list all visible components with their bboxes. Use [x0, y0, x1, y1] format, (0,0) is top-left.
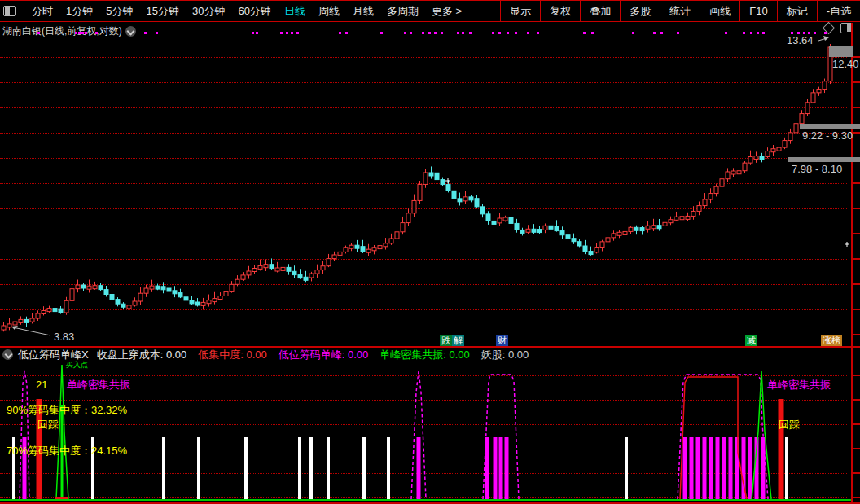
candle-body — [349, 245, 353, 248]
candle-body — [30, 318, 34, 322]
candle-body — [218, 296, 222, 300]
candle-body — [70, 289, 74, 301]
candle-body — [384, 243, 388, 247]
candle-body — [817, 90, 821, 93]
candle-body — [469, 197, 473, 200]
signal-dot — [286, 32, 288, 34]
indicator-label: 21 — [36, 379, 47, 390]
candle-body — [235, 279, 239, 284]
price-label-zone1: 9.22 - 9.30 — [802, 129, 853, 142]
event-tag-财: 财 — [496, 335, 508, 346]
low-arrow — [13, 327, 50, 335]
candle-body — [595, 248, 599, 252]
resistance-zone-1 — [800, 124, 860, 129]
indicator-field: 收盘上穿成本: 0.00 — [97, 348, 187, 361]
candle-body — [823, 81, 827, 90]
signal-dot — [469, 32, 472, 34]
candle-body — [178, 293, 182, 297]
price-label-low: 3.83 — [54, 331, 74, 343]
candle-body — [743, 163, 747, 171]
red-bar — [779, 399, 784, 499]
candle-body — [663, 222, 667, 226]
indicator-label: 回踩 — [779, 419, 800, 430]
candle-body — [760, 156, 764, 160]
indicator-label: 单峰密集共振 — [767, 379, 831, 390]
indicator-name[interactable]: 低位筹码单峰X — [18, 348, 89, 362]
candle-body — [458, 199, 462, 202]
collapse-chevron-icon[interactable] — [2, 349, 13, 360]
indicator-label: 回踩 — [37, 419, 59, 430]
candle-body — [258, 265, 262, 269]
candle-body — [104, 290, 108, 295]
signal-dot — [296, 32, 299, 34]
candle-body — [327, 259, 331, 266]
candle-body — [629, 227, 633, 231]
candle-body — [612, 234, 616, 238]
candle-body — [81, 285, 86, 288]
candle-body — [526, 229, 530, 232]
candle-body — [366, 249, 371, 252]
candle-body — [207, 300, 211, 304]
candle-body — [509, 217, 513, 223]
signal-dot — [660, 32, 663, 34]
candle-body — [486, 214, 490, 221]
candle-body — [463, 197, 467, 201]
candle-body — [36, 313, 40, 318]
candle-body — [361, 247, 365, 252]
candle-body — [754, 156, 758, 160]
signal-dot — [81, 32, 84, 34]
candle-body — [76, 285, 80, 289]
indicator-label: 买入点 — [66, 362, 88, 369]
candle-body — [315, 270, 319, 274]
signal-dot — [515, 32, 517, 34]
candle-body — [138, 293, 143, 301]
candle-body — [309, 274, 314, 278]
candle-body — [167, 288, 171, 291]
signal-dot — [527, 32, 529, 34]
candle-body — [492, 221, 496, 224]
candle-body — [275, 268, 279, 271]
candle-body — [617, 232, 621, 235]
candle-body — [680, 217, 684, 220]
white-bar — [298, 437, 301, 499]
white-bar — [387, 437, 390, 499]
candle-body — [748, 156, 752, 163]
signal-dot — [37, 32, 40, 34]
signal-dot — [434, 32, 437, 34]
white-bar — [625, 437, 628, 499]
price-label-12-40: 12.40 — [832, 58, 859, 70]
indicator-field: 妖股: 0.00 — [481, 348, 529, 361]
candle-body — [287, 267, 291, 271]
candle-body — [691, 211, 695, 216]
candle-body — [800, 114, 804, 124]
low-arrowhead — [11, 326, 18, 330]
candle-body — [423, 173, 428, 184]
signal-dot — [537, 32, 539, 34]
candle-body — [600, 242, 604, 248]
indicator-field: 单峰密集共振: 0.00 — [380, 348, 470, 361]
signal-dot — [762, 32, 765, 34]
candle-body — [292, 271, 296, 274]
candle-body — [566, 235, 570, 239]
signal-dot — [653, 32, 656, 34]
indicator-field: 低位筹码单峰: 0.00 — [279, 348, 369, 361]
candle-body — [720, 179, 724, 186]
candle-body — [412, 200, 416, 213]
candle-body — [657, 226, 661, 229]
candle-body — [133, 301, 137, 305]
candle-body — [623, 231, 627, 234]
candle-body — [64, 300, 68, 313]
candle-body — [110, 295, 114, 300]
white-bar — [162, 437, 165, 499]
signal-dot — [339, 32, 341, 34]
candle-body — [577, 242, 581, 246]
candle-body — [709, 194, 713, 199]
signal-dot — [677, 32, 679, 34]
candle-body — [640, 228, 644, 231]
price-label-high: 13.64 — [787, 34, 814, 46]
signal-dot — [814, 32, 816, 34]
signal-dot — [632, 32, 634, 34]
magenta-bar — [417, 437, 421, 499]
candle-body — [24, 319, 29, 322]
candle-body — [173, 291, 177, 294]
